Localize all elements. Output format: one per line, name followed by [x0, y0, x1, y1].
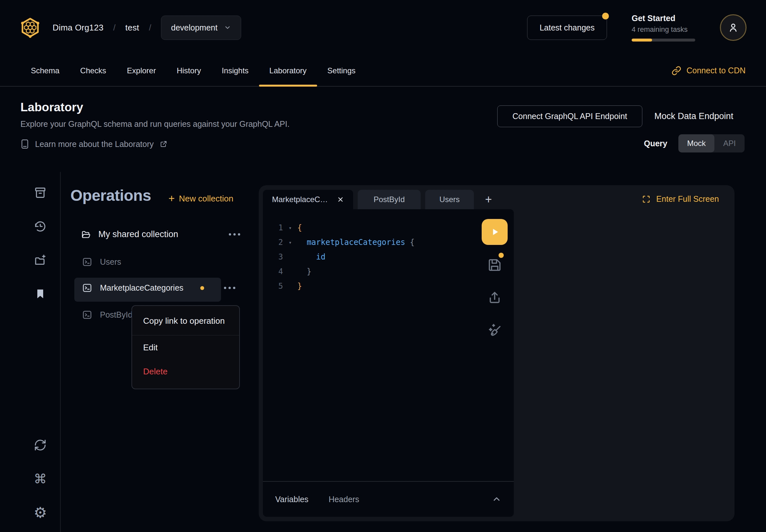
new-collection-folder-icon[interactable] [33, 253, 47, 267]
connect-graphql-endpoint-button[interactable]: Connect GraphQL API Endpoint [497, 105, 642, 127]
operation-more-options-icon[interactable] [224, 287, 235, 289]
book-icon [20, 139, 29, 149]
page-title: Laboratory [20, 101, 83, 114]
docs-archive-icon[interactable] [33, 186, 47, 199]
line-number: 4 [263, 264, 283, 279]
laboratory-page: Dima Org123 / test / development Latest … [0, 0, 766, 532]
external-link-icon [160, 140, 167, 148]
get-started-subtitle: 4 remaining tasks [632, 25, 695, 34]
plus-icon: + [168, 192, 175, 205]
mock-data-endpoint-button[interactable]: Mock Data Endpoint [654, 105, 733, 127]
hive-logo[interactable] [19, 17, 41, 38]
connect-cdn-link[interactable]: Connect to CDN [672, 55, 746, 86]
code-line: 2 ▾ marketplaceCategories { [263, 235, 514, 250]
operation-context-menu: Copy link to operation Edit Delete [131, 305, 240, 389]
user-icon [727, 21, 739, 34]
notification-dot [602, 13, 609, 19]
code-line: 1 ▾ { [263, 221, 514, 235]
code-line: 5 } [263, 279, 514, 294]
link-icon [672, 66, 681, 76]
environment-dropdown[interactable]: development [161, 16, 241, 40]
breadcrumb-separator: / [149, 23, 151, 33]
tab-history[interactable]: History [166, 55, 211, 86]
menu-item-copy-link[interactable]: Copy link to operation [132, 307, 239, 335]
menu-item-edit[interactable]: Edit [132, 335, 239, 359]
run-query-button[interactable] [482, 219, 508, 245]
query-mode-api[interactable]: API [714, 134, 745, 152]
rail-divider [60, 172, 61, 532]
laboratory-panel: Enter Full Screen MarketplaceC… PostById… [259, 185, 735, 521]
tab-checks[interactable]: Checks [70, 55, 116, 86]
collection-name: My shared collection [98, 229, 178, 239]
breadcrumb-project[interactable]: test [125, 23, 139, 33]
play-icon [488, 225, 501, 238]
settings-gear-icon[interactable]: ⚙ [33, 506, 47, 519]
new-tab-button[interactable]: + [479, 190, 499, 209]
query-mode-mock[interactable]: Mock [678, 134, 714, 152]
query-mode-toggle: Mock API [678, 134, 745, 152]
unsaved-changes-dot [499, 253, 504, 258]
variables-tab[interactable]: Variables [275, 495, 308, 504]
environment-dropdown-value: development [171, 23, 217, 32]
line-number: 1 [263, 221, 283, 235]
learn-more-link[interactable]: Learn more about the Laboratory [20, 139, 167, 149]
new-collection-button[interactable]: + New collection [168, 192, 233, 205]
enter-fullscreen-label: Enter Full Screen [656, 194, 719, 204]
operation-item-post-by-id[interactable]: PostById [82, 310, 132, 320]
breadcrumb: Dima Org123 / test / development [53, 16, 241, 40]
collapse-chevron-up-icon[interactable] [492, 494, 502, 504]
tab-laboratory[interactable]: Laboratory [259, 55, 317, 86]
operation-label: PostById [100, 310, 132, 320]
code-editor[interactable]: 1 ▾ { 2 ▾ marketplaceCategories { 3 id 4 [263, 209, 514, 481]
get-started-progress-track [632, 39, 695, 42]
new-collection-label: New collection [179, 194, 233, 204]
operations-title: Operations [70, 187, 151, 204]
bookmarks-icon[interactable] [33, 287, 47, 301]
editor-tab-post-by-id[interactable]: PostById [358, 190, 421, 209]
tab-schema[interactable]: Schema [20, 55, 70, 86]
editor-tab-marketplace[interactable]: MarketplaceC… [263, 190, 353, 209]
save-icon [487, 258, 502, 272]
editor-bottom-bar: Variables Headers [263, 482, 514, 517]
fullscreen-icon [642, 195, 651, 203]
line-number: 3 [263, 250, 283, 264]
latest-changes-button[interactable]: Latest changes [527, 16, 607, 40]
latest-changes-label: Latest changes [540, 23, 595, 32]
editor-tab-label: MarketplaceC… [272, 195, 328, 204]
operation-item-marketplace-categories[interactable]: MarketplaceCategories [82, 283, 204, 293]
history-icon[interactable] [33, 220, 47, 233]
fold-arrow-icon[interactable]: ▾ [283, 221, 297, 235]
operation-icon [82, 310, 92, 320]
app-header: Dima Org123 / test / development Latest … [0, 0, 766, 55]
operation-item-users[interactable]: Users [82, 257, 121, 267]
fold-arrow-icon[interactable]: ▾ [283, 235, 297, 250]
user-avatar[interactable] [720, 14, 747, 41]
headers-tab[interactable]: Headers [328, 495, 359, 504]
tab-explorer[interactable]: Explorer [116, 55, 166, 86]
collection-more-options-icon[interactable] [229, 233, 240, 236]
tab-settings[interactable]: Settings [317, 55, 366, 86]
connect-cdn-label: Connect to CDN [687, 66, 746, 75]
get-started-widget[interactable]: Get Started 4 remaining tasks [632, 14, 695, 42]
breadcrumb-org[interactable]: Dima Org123 [53, 23, 103, 33]
command-shortcuts-icon[interactable]: ⌘ [33, 472, 47, 486]
format-query-button[interactable] [482, 320, 508, 340]
menu-item-delete[interactable]: Delete [132, 359, 239, 383]
get-started-title: Get Started [632, 14, 695, 23]
editor-tab-bar: MarketplaceC… PostById Users + [263, 190, 499, 209]
enter-fullscreen-button[interactable]: Enter Full Screen [642, 194, 719, 204]
breadcrumb-separator: / [113, 23, 115, 33]
get-started-progress-fill [632, 39, 652, 42]
close-icon[interactable] [337, 196, 344, 203]
operation-icon [82, 283, 92, 293]
query-mode-row: Query Mock API [644, 134, 745, 152]
operation-icon [82, 257, 92, 267]
collection-header[interactable]: My shared collection [80, 229, 240, 239]
share-operation-button[interactable] [482, 287, 508, 308]
folder-open-icon [80, 230, 91, 239]
save-operation-button[interactable] [482, 255, 508, 275]
query-editor: 1 ▾ { 2 ▾ marketplaceCategories { 3 id 4 [263, 209, 514, 517]
tab-insights[interactable]: Insights [211, 55, 259, 86]
editor-tab-users[interactable]: Users [425, 190, 474, 209]
refresh-schema-icon[interactable] [33, 438, 47, 452]
